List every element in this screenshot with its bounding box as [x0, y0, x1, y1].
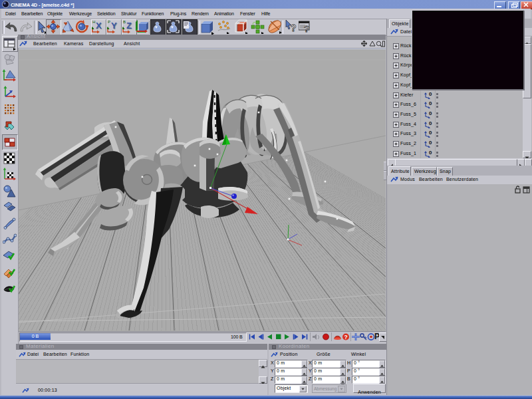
svg-text:?: ?	[304, 24, 309, 34]
svg-text:?: ?	[344, 334, 347, 340]
svg-text:?: ?	[291, 23, 297, 33]
